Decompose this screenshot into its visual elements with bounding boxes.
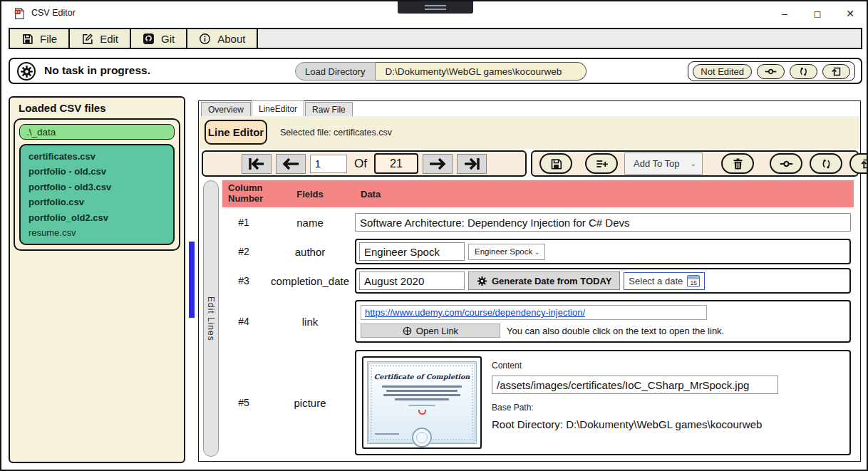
status-message: No task in progress. xyxy=(44,64,150,77)
edit-lines-expander[interactable]: Edit Lines xyxy=(203,180,219,457)
chevron-down-icon: ⌄ xyxy=(534,248,540,256)
name-input[interactable] xyxy=(355,213,851,232)
gear-icon xyxy=(20,65,33,78)
row-number: #5 xyxy=(222,397,265,408)
add-lines-icon xyxy=(595,157,609,170)
file-item[interactable]: portfolio - old3.csv xyxy=(21,180,173,195)
window-title: CSV Editor xyxy=(31,8,76,18)
tab-line-editor[interactable]: LineEditor xyxy=(252,100,304,116)
author-select[interactable]: Engineer Spock ⌄ xyxy=(468,244,545,260)
completion-date-input[interactable] xyxy=(359,271,465,290)
row-number: #3 xyxy=(222,275,265,286)
table-row: #3 completion_date xyxy=(222,267,854,294)
open-link-button[interactable]: Open Link xyxy=(361,324,500,338)
first-line-button[interactable] xyxy=(242,154,272,174)
chevron-down-icon: ⌄ xyxy=(691,160,696,167)
last-line-button[interactable] xyxy=(457,154,487,174)
tab-strip: Overview LineEditor Raw File xyxy=(201,100,353,116)
delete-line-button[interactable] xyxy=(721,153,754,174)
last-line-icon xyxy=(463,157,481,171)
menu-git[interactable]: Git xyxy=(131,29,187,48)
total-lines-box: 21 xyxy=(374,153,418,174)
first-line-icon xyxy=(247,157,266,171)
data-header: Data xyxy=(355,180,854,207)
git-push-icon xyxy=(859,157,868,170)
main-panel: Overview LineEditor Raw File Line Editor… xyxy=(198,100,861,462)
save-line-button[interactable] xyxy=(539,153,572,174)
file-item[interactable]: portfolio - old.csv xyxy=(21,165,173,180)
app-window: CSV Editor – ◻ ✕ File Edit xyxy=(0,0,868,471)
gear-icon xyxy=(477,276,487,286)
trash-icon xyxy=(731,157,745,170)
open-link-hint: You can also double click on the text to… xyxy=(507,326,724,336)
line-editor-title: Line Editor xyxy=(205,120,267,145)
load-directory-button[interactable]: Load Directory xyxy=(295,62,376,81)
add-line-button[interactable] xyxy=(585,153,618,174)
next-line-button[interactable] xyxy=(423,154,453,174)
line-navigation: Of 21 xyxy=(202,150,527,177)
menu-about[interactable]: About xyxy=(187,29,258,48)
table-row: #5 picture Certificate of Completion xyxy=(222,349,854,456)
certificate-image: Certificate of Completion xyxy=(367,361,477,444)
current-line-input[interactable] xyxy=(310,155,347,173)
folder-item-data[interactable]: .\_data xyxy=(19,124,175,140)
git-commit-icon xyxy=(765,66,777,77)
author-input[interactable] xyxy=(359,242,465,261)
line-editor-header: Line Editor Selected file: certificates.… xyxy=(200,116,859,149)
fields-header: Fields xyxy=(265,180,355,207)
push-line-button[interactable] xyxy=(849,153,868,174)
csv-file-list: certificates.csv portfolio - old.csv por… xyxy=(19,144,175,245)
window-controls: – ◻ ✕ xyxy=(768,1,867,26)
tab-raw-file[interactable]: Raw File xyxy=(305,102,353,116)
git-commit-button[interactable] xyxy=(757,64,785,79)
info-icon xyxy=(199,33,211,45)
menu-bar: File Edit Git About xyxy=(9,28,862,49)
certificate-seal xyxy=(412,428,432,447)
generate-date-button[interactable]: Generate Date from TODAY xyxy=(468,271,620,290)
save-icon xyxy=(21,33,33,45)
certificate-thumbnail[interactable]: Certificate of Completion xyxy=(362,356,482,449)
minimize-button[interactable]: – xyxy=(768,1,801,26)
github-icon xyxy=(143,33,155,45)
date-picker[interactable]: Select a date 15 xyxy=(624,272,705,290)
window-drag-handle[interactable] xyxy=(398,1,473,14)
file-item[interactable]: resume.csv xyxy=(21,226,173,242)
menu-edit[interactable]: Edit xyxy=(70,29,131,48)
close-button[interactable]: ✕ xyxy=(834,1,867,26)
table-row: #4 link https://www.udemy.com/course/dep… xyxy=(222,300,854,343)
commit-line-button[interactable] xyxy=(770,153,802,174)
file-item[interactable]: resume_old.csv xyxy=(21,241,173,245)
certificate-logo-mark xyxy=(418,410,426,415)
maximize-button[interactable]: ◻ xyxy=(801,1,834,26)
table-row: #1 name xyxy=(222,209,854,236)
row-number: #4 xyxy=(222,316,265,327)
link-input[interactable]: https://www.udemy.com/course/dependency-… xyxy=(361,305,707,320)
tab-overview[interactable]: Overview xyxy=(201,102,251,116)
column-number-header: Column Number xyxy=(222,180,265,207)
picture-path-input[interactable] xyxy=(492,376,778,394)
git-push-button[interactable] xyxy=(822,64,850,79)
add-mode-select[interactable]: Add To Top ⌄ xyxy=(624,152,703,175)
pull-line-button[interactable] xyxy=(810,153,842,174)
menu-file[interactable]: File xyxy=(10,29,70,48)
git-push-icon xyxy=(830,66,842,77)
arrow-left-icon xyxy=(281,157,300,171)
app-icon xyxy=(13,7,26,20)
scrollbar-thumb[interactable] xyxy=(189,242,195,318)
loaded-files-panel: Loaded CSV files .\_data certificates.cs… xyxy=(9,96,185,463)
field-name: link xyxy=(265,316,355,328)
git-pull-button[interactable] xyxy=(790,64,817,79)
field-name: name xyxy=(265,217,355,229)
git-commit-icon xyxy=(780,157,793,170)
file-item[interactable]: certificates.csv xyxy=(21,149,173,165)
field-name: author xyxy=(265,246,355,258)
root-directory-label: Root Directory: D:\Dokumenty\WebGL games… xyxy=(492,418,778,430)
line-toolbar: Add To Top ⌄ xyxy=(531,150,859,177)
file-item[interactable]: portfolio.csv xyxy=(21,195,173,211)
git-branch-icon xyxy=(820,157,833,170)
table-header: Column Number Fields Data xyxy=(222,180,854,207)
task-spinner xyxy=(17,62,36,81)
directory-path-field[interactable]: D:\Dokumenty\WebGL games\kocourweb xyxy=(376,62,587,81)
file-item[interactable]: portfolio_old2.csv xyxy=(21,210,173,226)
previous-line-button[interactable] xyxy=(276,154,306,174)
